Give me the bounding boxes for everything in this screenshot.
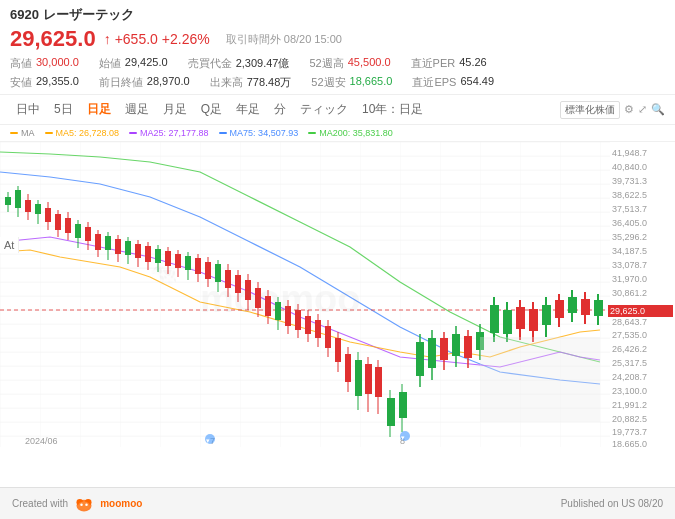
stat-sell: 売買代金 2,309.47億: [188, 56, 290, 71]
svg-rect-126: [555, 300, 564, 318]
created-with-text: Created with: [12, 498, 68, 509]
stat-high: 高値 30,000.0: [10, 56, 79, 71]
svg-text:20,882.5: 20,882.5: [612, 414, 647, 424]
svg-text:38,622.5: 38,622.5: [612, 190, 647, 200]
ma200-label: MA200: 35,831.80: [319, 128, 393, 138]
stat-prev-close: 前日終値 28,970.0: [99, 75, 190, 90]
tab-tick[interactable]: ティック: [294, 99, 354, 120]
svg-rect-48: [125, 241, 131, 255]
svg-rect-52: [145, 246, 151, 262]
stat-52low-value: 18,665.0: [350, 75, 393, 90]
settings-icon[interactable]: ⚙: [624, 103, 634, 116]
arrow-up-icon: ↑: [104, 31, 111, 47]
ma200-indicator: MA200: 35,831.80: [308, 128, 393, 138]
tab-quarterly[interactable]: Q足: [195, 99, 228, 120]
main-price: 29,625.0: [10, 26, 96, 52]
stat-52high-label: 52週高: [309, 56, 343, 71]
tab-5day[interactable]: 5日: [48, 99, 79, 120]
tab-minute[interactable]: 分: [268, 99, 292, 120]
svg-rect-54: [155, 249, 161, 263]
svg-rect-24: [5, 197, 11, 205]
svg-text:21,991.2: 21,991.2: [612, 400, 647, 410]
svg-text:▾: ▾: [206, 437, 210, 444]
stat-sell-label: 売買代金: [188, 56, 232, 71]
svg-text:🐄: 🐄: [150, 261, 178, 288]
stat-open-value: 29,425.0: [125, 56, 168, 71]
ma-dot: [10, 132, 18, 134]
stat-low: 安値 29,355.0: [10, 75, 79, 90]
tab-daily[interactable]: 日足: [81, 99, 117, 120]
svg-rect-120: [516, 307, 525, 329]
ma75-dot: [219, 132, 227, 134]
stat-52high: 52週高 45,500.0: [309, 56, 390, 71]
svg-rect-40: [85, 227, 91, 241]
ma75-label: MA75: 34,507.93: [230, 128, 299, 138]
svg-text:2024/06: 2024/06: [25, 436, 58, 446]
stock-name: レーザーテック: [43, 7, 134, 22]
stat-per-value: 45.26: [459, 56, 487, 71]
svg-rect-34: [55, 214, 61, 230]
svg-text:25,317.5: 25,317.5: [612, 358, 647, 368]
svg-text:34,187.5: 34,187.5: [612, 246, 647, 256]
tab-10year[interactable]: 10年：日足: [356, 99, 429, 120]
trading-time: 取引時間外 08/20 15:00: [226, 32, 342, 47]
tab-monthly[interactable]: 月足: [157, 99, 193, 120]
tab-yearly[interactable]: 年足: [230, 99, 266, 120]
ma25-label: MA25: 27,177.88: [140, 128, 209, 138]
stat-turnover-label: 出来高: [210, 75, 243, 90]
svg-rect-100: [387, 398, 395, 426]
zoom-icon[interactable]: 🔍: [651, 103, 665, 116]
svg-rect-94: [355, 360, 362, 396]
chart-container[interactable]: 41,948.7 40,840.0 39,731.3 38,622.5 37,5…: [0, 142, 675, 447]
stat-per-label: 直近PER: [411, 56, 456, 71]
svg-text:18,665.0: 18,665.0: [612, 439, 647, 447]
svg-text:37,513.7: 37,513.7: [612, 204, 647, 214]
ma75-indicator: MA75: 34,507.93: [219, 128, 299, 138]
ma-label: MA: [21, 128, 35, 138]
stock-header: 6920 レーザーテック 29,625.0 ↑ +655.0 +2.26% 取引…: [0, 0, 675, 95]
svg-text:41,948.7: 41,948.7: [612, 148, 647, 158]
svg-rect-104: [416, 342, 424, 376]
svg-rect-86: [315, 320, 321, 338]
svg-rect-128: [568, 297, 577, 313]
ma5-indicator: MA5: 26,728.08: [45, 128, 120, 138]
price-change-abs: +655.0: [115, 31, 158, 47]
ma-indicator: MA: [10, 128, 35, 138]
svg-rect-64: [205, 262, 211, 279]
tab-weekly[interactable]: 週足: [119, 99, 155, 120]
svg-text:36,405.0: 36,405.0: [612, 218, 647, 228]
ma5-dot: [45, 132, 53, 134]
svg-rect-98: [375, 367, 382, 397]
svg-point-171: [80, 503, 83, 506]
svg-point-170: [78, 501, 90, 509]
at-label: At: [0, 237, 19, 253]
price-change-pct: +2.26%: [162, 31, 210, 47]
svg-rect-62: [195, 258, 201, 274]
svg-text:26,426.2: 26,426.2: [612, 344, 647, 354]
stat-eps-label: 直近EPS: [412, 75, 456, 90]
stats-row: 高値 30,000.0 始値 29,425.0 売買代金 2,309.47億 5…: [10, 56, 665, 71]
svg-rect-50: [135, 244, 141, 258]
svg-text:28,643.7: 28,643.7: [612, 317, 647, 327]
svg-rect-110: [452, 334, 460, 356]
stat-high-value: 30,000.0: [36, 56, 79, 71]
svg-text:19,773.7: 19,773.7: [612, 427, 647, 437]
stat-per: 直近PER 45.26: [411, 56, 487, 71]
stat-prev-close-value: 28,970.0: [147, 75, 190, 90]
svg-rect-44: [105, 236, 111, 250]
svg-text:24,208.7: 24,208.7: [612, 372, 647, 382]
stat-turnover-value: 778.48万: [247, 75, 292, 90]
normalize-button[interactable]: 標準化株価: [560, 101, 620, 119]
svg-point-172: [85, 503, 88, 506]
svg-text:40,840.0: 40,840.0: [612, 162, 647, 172]
stat-turnover: 出来高 778.48万: [210, 75, 292, 90]
stat-open-label: 始値: [99, 56, 121, 71]
stat-52low: 52週安 18,665.0: [311, 75, 392, 90]
expand-icon[interactable]: ⤢: [638, 103, 647, 116]
tab-intraday[interactable]: 日中: [10, 99, 46, 120]
svg-rect-116: [490, 305, 499, 333]
svg-text:39,731.3: 39,731.3: [612, 176, 647, 186]
svg-text:23,100.0: 23,100.0: [612, 386, 647, 396]
svg-rect-26: [15, 190, 21, 208]
svg-rect-36: [65, 218, 71, 233]
